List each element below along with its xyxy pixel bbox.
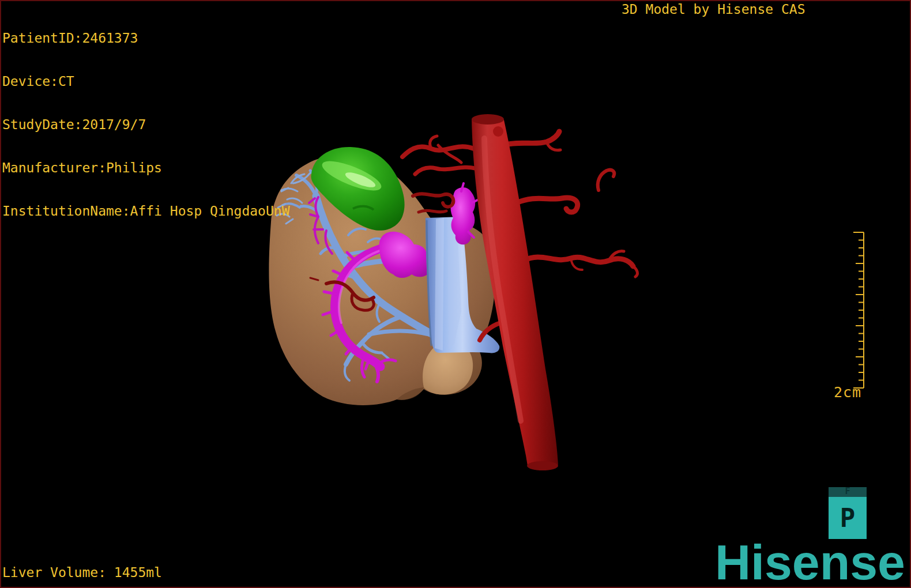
scale-bar-label: 2cm (834, 384, 861, 401)
scale-bar (846, 229, 869, 402)
watermark-title: 3D Model by Hisense CAS (622, 2, 805, 17)
study-date-line: StudyDate:2017/9/7 (2, 118, 290, 132)
patient-id-line: PatientID:2461373 (2, 31, 290, 46)
viewer-stage[interactable]: PatientID:2461373 Device:CT StudyDate:20… (0, 0, 911, 588)
orientation-cube-front-face: P (829, 497, 867, 539)
orientation-cube[interactable]: F P (829, 487, 867, 539)
orientation-cube-top-face: F (829, 487, 867, 497)
orientation-top-label: F (845, 487, 850, 496)
institution-line: InstitutionName:Affi Hosp QingdaoUnW (2, 204, 290, 218)
liver-volume-label: Liver Volume: 1455ml (2, 566, 162, 580)
patient-info-overlay: PatientID:2461373 Device:CT StudyDate:20… (2, 2, 290, 247)
hisense-logo: Hisense (715, 534, 905, 588)
device-line: Device:CT (2, 74, 290, 89)
orientation-front-label: P (840, 503, 856, 533)
manufacturer-line: Manufacturer:Philips (2, 161, 290, 175)
